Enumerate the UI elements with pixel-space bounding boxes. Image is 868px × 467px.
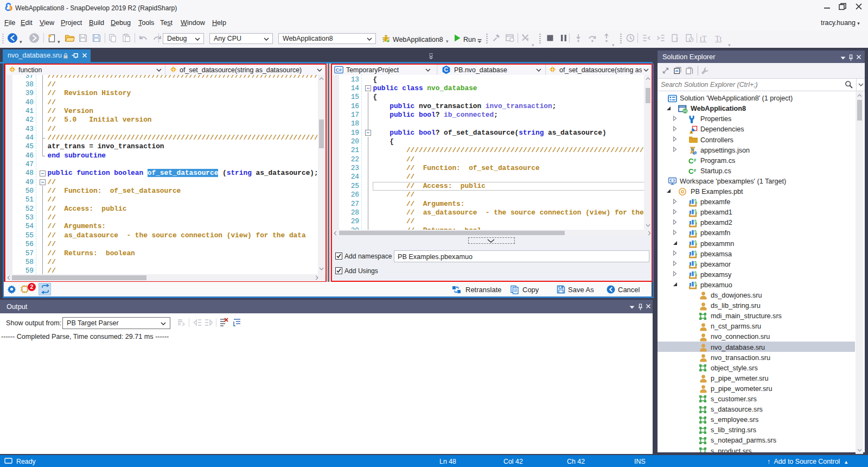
svg-text:C: C	[688, 167, 694, 175]
svg-text:#: #	[694, 168, 697, 173]
svg-text:A: A	[690, 130, 693, 134]
svg-text:C: C	[688, 157, 694, 165]
svg-text:T: T	[675, 37, 679, 42]
svg-text:C#: C#	[336, 67, 342, 73]
svg-text:#: #	[694, 157, 697, 163]
svg-text:C: C	[444, 66, 449, 73]
